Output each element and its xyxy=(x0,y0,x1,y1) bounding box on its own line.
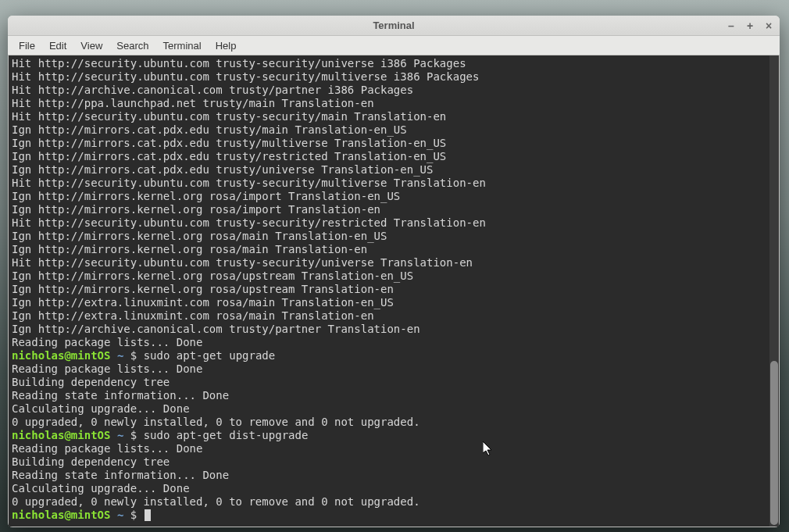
cursor-icon xyxy=(145,509,151,521)
menu-edit[interactable]: Edit xyxy=(43,38,73,53)
output-line: Hit http://security.ubuntu.com trusty-se… xyxy=(12,256,473,269)
prompt-sigil: $ xyxy=(130,429,137,441)
prompt-path: ~ xyxy=(117,509,123,521)
output-line: Calculating upgrade... Done xyxy=(12,402,190,415)
output-line: Reading state information... Done xyxy=(12,469,229,481)
close-button[interactable]: × xyxy=(762,20,775,32)
prompt-sigil: $ xyxy=(130,349,137,362)
output-line: Calculating upgrade... Done xyxy=(12,482,190,495)
output-line: Ign http://extra.linuxmint.com rosa/main… xyxy=(12,309,374,322)
menu-terminal[interactable]: Terminal xyxy=(157,38,208,53)
output-line: Ign http://mirrors.kernel.org rosa/impor… xyxy=(12,203,380,216)
output-line: Reading package lists... Done xyxy=(12,442,202,455)
prompt-userhost: nicholas@mintOS xyxy=(12,429,110,441)
prompt-userhost: nicholas@mintOS xyxy=(12,349,110,362)
output-line: Reading package lists... Done xyxy=(12,362,202,375)
output-line: Ign http://mirrors.kernel.org rosa/main … xyxy=(12,230,387,242)
output-line: Hit http://ppa.launchpad.net trusty/main… xyxy=(12,97,374,109)
output-line: Reading package lists... Done xyxy=(12,336,202,348)
output-line: Hit http://security.ubuntu.com trusty-se… xyxy=(12,177,486,189)
output-line: Hit http://security.ubuntu.com trusty-se… xyxy=(12,110,446,123)
output-line: Hit http://security.ubuntu.com trusty-se… xyxy=(12,70,479,83)
prompt-userhost: nicholas@mintOS xyxy=(12,509,110,521)
maximize-button[interactable]: + xyxy=(744,20,756,32)
minimize-button[interactable]: – xyxy=(725,20,737,32)
command-text: sudo apt-get upgrade xyxy=(144,349,276,362)
output-line: 0 upgraded, 0 newly installed, 0 to remo… xyxy=(12,416,420,428)
terminal-output[interactable]: Hit http://security.ubuntu.com trusty-se… xyxy=(9,55,769,527)
command-text: sudo apt-get dist-upgrade xyxy=(144,429,309,441)
scrollbar-thumb[interactable] xyxy=(770,361,778,525)
output-line: Ign http://archive.canonical.com trusty/… xyxy=(12,323,420,335)
output-line: Ign http://extra.linuxmint.com rosa/main… xyxy=(12,296,394,309)
output-line: Hit http://security.ubuntu.com trusty-se… xyxy=(12,57,466,70)
output-line: Ign http://mirrors.kernel.org rosa/main … xyxy=(12,243,367,255)
menu-file[interactable]: File xyxy=(12,38,41,53)
output-line: Ign http://mirrors.cat.pdx.edu trusty/mu… xyxy=(12,137,446,149)
menu-view[interactable]: View xyxy=(74,38,109,53)
output-line: Ign http://mirrors.kernel.org rosa/impor… xyxy=(12,190,400,202)
output-line: Hit http://security.ubuntu.com trusty-se… xyxy=(12,216,486,229)
output-line: Ign http://mirrors.kernel.org rosa/upstr… xyxy=(12,283,394,295)
terminal-wrap: Hit http://security.ubuntu.com trusty-se… xyxy=(8,55,780,527)
output-line: Building dependency tree xyxy=(12,376,216,388)
prompt-path: ~ xyxy=(117,349,123,362)
window-title: Terminal xyxy=(373,20,414,31)
output-line: Ign http://mirrors.cat.pdx.edu trusty/re… xyxy=(12,150,446,162)
prompt-sigil: $ xyxy=(130,509,137,521)
output-line: Ign http://mirrors.cat.pdx.edu trusty/ma… xyxy=(12,123,407,136)
prompt-path: ~ xyxy=(117,429,123,441)
output-line: 0 upgraded, 0 newly installed, 0 to remo… xyxy=(12,495,420,508)
output-line: Building dependency tree xyxy=(12,455,216,468)
menu-search[interactable]: Search xyxy=(110,38,155,53)
output-line: Ign http://mirrors.cat.pdx.edu trusty/un… xyxy=(12,163,433,176)
menubar: File Edit View Search Terminal Help xyxy=(8,36,780,55)
scrollbar[interactable] xyxy=(769,55,779,527)
output-line: Ign http://mirrors.kernel.org rosa/upstr… xyxy=(12,270,413,282)
terminal-window: Terminal – + × File Edit View Search Ter… xyxy=(8,16,780,527)
output-line: Reading state information... Done xyxy=(12,389,229,402)
menu-help[interactable]: Help xyxy=(209,38,243,53)
output-line: Hit http://archive.canonical.com trusty/… xyxy=(12,84,413,96)
titlebar[interactable]: Terminal – + × xyxy=(8,16,780,36)
window-controls: – + × xyxy=(725,16,775,36)
